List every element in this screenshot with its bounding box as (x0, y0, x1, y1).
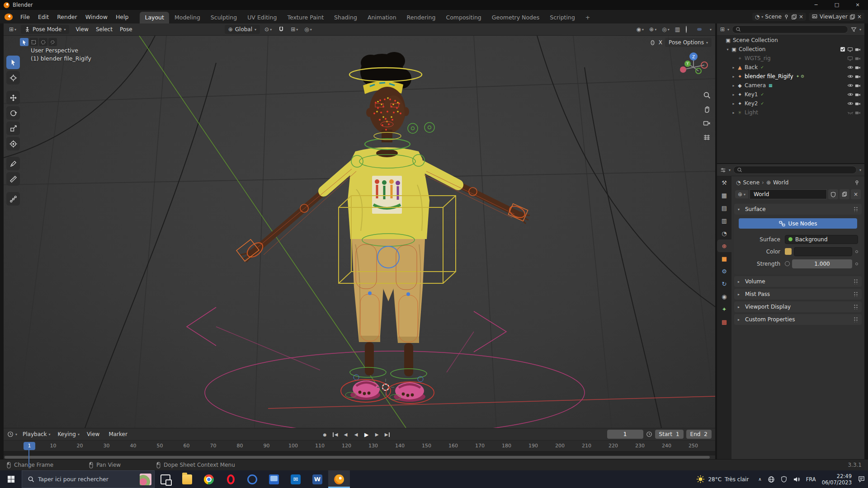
workspace-tab[interactable]: Animation (363, 12, 401, 23)
blender-menu-icon[interactable] (5, 14, 13, 20)
delete-viewlayer-icon[interactable]: × (857, 14, 862, 20)
new-viewlayer-icon[interactable] (849, 14, 855, 20)
file-explorer-button[interactable] (176, 470, 198, 488)
next-keyframe-button[interactable]: ▶ (372, 430, 382, 439)
outliner-row[interactable]: ▸ ✦ blender file_Rigify ✦ ⚙ (717, 72, 864, 81)
expand-arrow-icon[interactable]: ▸ (731, 102, 736, 106)
gizmo-z-axis[interactable]: Z (692, 55, 695, 59)
color-field[interactable] (794, 247, 852, 256)
menu-item[interactable]: Window (81, 12, 112, 22)
navigation-gizmo[interactable]: Z Y (675, 49, 712, 85)
surface-panel-header[interactable]: ▾ Surface (734, 204, 862, 215)
select-box-button[interactable] (29, 38, 38, 46)
weather-widget[interactable]: 28°C Très clair (693, 475, 752, 483)
collapsed-panel-header[interactable]: ▸ Viewport Display (734, 301, 862, 312)
disable-in-renders-icon[interactable] (854, 83, 862, 89)
current-frame-field[interactable]: 1 (607, 430, 643, 439)
proportional-editing-dropdown[interactable]: ◎ ▾ (302, 26, 314, 33)
drag-handle-icon[interactable] (854, 206, 858, 212)
disable-in-viewports-icon[interactable] (846, 56, 854, 61)
minimize-button[interactable]: ─ (806, 0, 826, 10)
select-box-tool[interactable] (6, 56, 20, 69)
timeline-menu[interactable]: View (83, 430, 105, 439)
tab-world[interactable]: ⊕ (717, 239, 731, 252)
drag-handle-icon[interactable] (854, 279, 858, 284)
timeline-ruler[interactable]: 1020304050607080901001101201301401501601… (4, 440, 715, 451)
unlink-world-button[interactable]: × (851, 189, 861, 199)
outliner-row[interactable]: ▾ ▣ Collection (717, 45, 864, 54)
select-lasso-button[interactable] (48, 38, 57, 46)
playhead-line[interactable] (28, 450, 29, 467)
object-name[interactable]: WGTS_rig (745, 55, 771, 61)
outliner-row[interactable]: ▸ ◆ Camera ▦ (717, 81, 864, 90)
language-indicator[interactable]: FRA (806, 476, 816, 483)
mode-dropdown[interactable]: Pose Mode ▾ (21, 25, 69, 34)
shading-solid-button[interactable] (691, 28, 695, 31)
zoom-icon[interactable] (702, 90, 712, 100)
object-name[interactable]: Camera (745, 82, 766, 89)
drag-handle-icon[interactable] (854, 304, 858, 310)
workspace-tab[interactable]: Geometry Nodes (487, 12, 544, 23)
tab-object-data[interactable]: ✦ (717, 303, 731, 315)
workspace-tab[interactable]: UV Editing (242, 12, 282, 23)
outliner-row[interactable]: ✦ WGTS_rig (717, 54, 864, 63)
viewport-3d[interactable]: User Perspective (1) blender file_Rigify… (4, 36, 715, 428)
transform-orientation-dropdown[interactable]: ⊕ Global ▾ (225, 25, 260, 34)
chrome-button[interactable] (198, 470, 220, 488)
timeline-scrollbar[interactable] (4, 455, 715, 459)
shading-wireframe-button[interactable] (684, 25, 689, 34)
blender-app-button[interactable] (328, 470, 350, 488)
hide-in-viewport-icon[interactable] (846, 82, 854, 89)
pin-id-icon[interactable] (854, 180, 860, 186)
start-button[interactable] (0, 470, 22, 488)
hide-in-viewport-icon[interactable] (846, 91, 854, 98)
properties-search-input[interactable] (733, 166, 857, 174)
exclude-checkbox[interactable] (839, 47, 846, 52)
network-icon[interactable] (768, 476, 775, 483)
expand-arrow-icon[interactable]: ▸ (731, 75, 736, 79)
taskbar-search[interactable] (22, 470, 155, 488)
expand-arrow-icon[interactable]: ▸ (731, 66, 736, 70)
pivot-point-dropdown[interactable]: ⊙ ▾ (263, 26, 274, 33)
collapsed-panel-header[interactable]: ▸ Mist Pass (734, 289, 862, 300)
shading-rendered-button[interactable] (703, 28, 708, 31)
search-highlights-image[interactable] (140, 474, 151, 485)
outliner-row[interactable]: ▣ Scene Collection (717, 36, 864, 45)
animate-color-dot[interactable] (855, 250, 858, 253)
delete-scene-icon[interactable]: × (799, 14, 803, 20)
timeline-menu[interactable]: Keying ▾ (54, 430, 83, 439)
record-button[interactable]: ● (320, 430, 330, 439)
workspace-tab[interactable]: + (580, 12, 595, 23)
disable-in-renders-icon[interactable] (854, 110, 862, 116)
gizmo-y-axis[interactable]: Y (686, 62, 689, 66)
disable-in-renders-icon[interactable] (854, 101, 862, 107)
transform-tool[interactable] (6, 137, 20, 150)
viewport-canvas[interactable] (4, 36, 715, 428)
tab-tool[interactable]: ⚒ (717, 176, 731, 189)
select-tweak-button[interactable] (20, 38, 28, 46)
new-scene-icon[interactable] (791, 14, 797, 20)
close-button[interactable]: × (847, 0, 868, 10)
hide-in-viewport-icon[interactable] (846, 64, 854, 70)
timeline-menu[interactable]: Playback ▾ (19, 430, 54, 439)
blue-ring-app-button[interactable] (241, 470, 263, 488)
jump-to-start-button[interactable]: ◀ (330, 430, 340, 439)
outliner-row[interactable]: ▸ ✦ Key2 ✓ (717, 99, 864, 108)
closed-eye-icon[interactable] (846, 109, 854, 116)
expand-arrow-icon[interactable]: ▸ (731, 111, 736, 115)
scene-selector[interactable]: ◔ ▾ Scene × (752, 13, 806, 21)
workspace-tab[interactable]: Layout (140, 12, 169, 23)
measure-tool[interactable] (6, 172, 20, 186)
disable-in-renders-icon[interactable] (854, 65, 862, 70)
properties-editor-icon[interactable] (720, 167, 726, 173)
workspace-tab[interactable]: Modeling (170, 12, 205, 23)
chevron-down-icon[interactable]: ▾ (729, 168, 731, 172)
pin-icon[interactable] (783, 14, 789, 20)
tab-modifiers[interactable]: ⚙ (717, 265, 731, 277)
pose-options-dropdown[interactable]: Pose Options ▾ (665, 38, 712, 47)
disable-in-renders-icon[interactable] (854, 47, 862, 52)
maximize-button[interactable]: □ (826, 0, 847, 10)
browse-world-button[interactable]: ⊕ ▾ (735, 190, 748, 198)
disable-in-renders-icon[interactable] (854, 56, 862, 61)
object-visibility-dropdown[interactable]: ◉ ▾ (635, 26, 646, 33)
